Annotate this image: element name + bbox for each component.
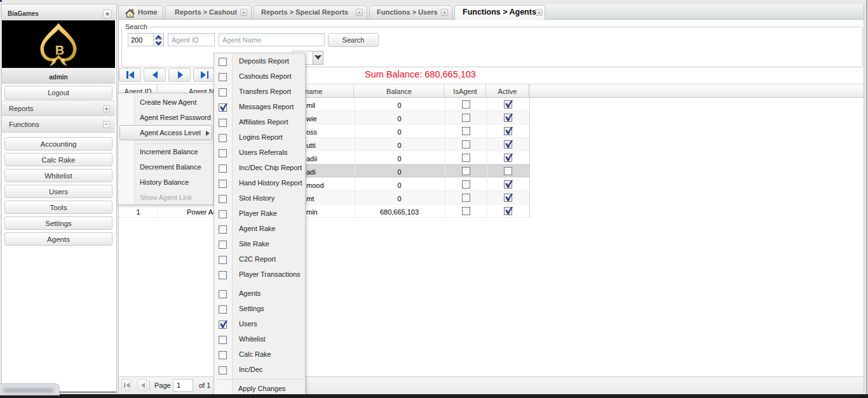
svg-text:B: B xyxy=(55,43,64,57)
